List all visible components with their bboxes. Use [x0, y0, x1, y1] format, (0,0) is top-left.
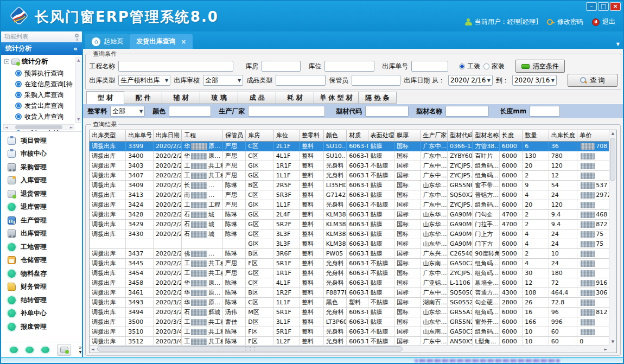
subtab[interactable]: 配 件: [124, 92, 162, 104]
table-row[interactable]: 调拨出库34292020/2/26石城陈琳G区5R2F整料KLM38176063…: [90, 219, 609, 229]
column-header[interactable]: 整零料: [300, 130, 323, 141]
table-row[interactable]: 调拨出库34092020/2/25长…陈琳B区2R5F整料LI35HD6063-…: [90, 180, 609, 190]
footer-dot-icon[interactable]: [26, 347, 34, 353]
table-row[interactable]: 调拨出库34132020/2/26南…严思C区5R3F整料G714226063-…: [90, 190, 609, 200]
sidebar-item-dot[interactable]: 工地管理: [1, 240, 82, 254]
table-row[interactable]: G区3L3F整料KLM38176063-T5贴膜国标山东华…GA90M09…门下…: [90, 239, 609, 248]
column-header[interactable]: 保管员: [222, 130, 245, 141]
column-header[interactable]: 单价: [577, 130, 609, 141]
column-header[interactable]: 型材代码: [447, 130, 472, 141]
scroll-down-icon[interactable]: ▼: [612, 340, 614, 344]
sidebar-item-cart[interactable]: 出库管理: [1, 227, 82, 241]
table-row[interactable]: 调拨出库33992020/2/25华原…严思C区2L1F整料SU10…6063-…: [90, 141, 609, 151]
vertical-scroll-thumb[interactable]: [610, 138, 615, 181]
sidebar-item-cart-return[interactable]: 退货管理: [1, 187, 82, 201]
subtab[interactable]: 耗 材: [276, 92, 314, 104]
product-type-input[interactable]: [276, 75, 326, 86]
tab-close-icon[interactable]: ×: [181, 38, 186, 46]
pin-icon[interactable]: [75, 34, 79, 37]
sidebar-section-header[interactable]: 统计分析 «: [1, 42, 82, 55]
minimize-button[interactable]: –: [586, 2, 597, 11]
table-row[interactable]: 调拨出库34452020/2/27工共工程严思F区5R1F整料光身料6063-T…: [90, 258, 609, 268]
date-from-picker[interactable]: 2020/ 2/16▼: [448, 75, 493, 86]
factory-input[interactable]: [248, 106, 325, 117]
table-row[interactable]: 调拨出库34372020/2/27佛…陈琳B区3R6F整料PW056063-T5…: [90, 248, 609, 258]
tree-expander-icon[interactable]: -: [4, 59, 9, 64]
color-input[interactable]: [169, 106, 211, 117]
table-row[interactable]: 调拨出库35002020/3/3工共工程曹佳D区3L1F整料LT3P606063…: [90, 317, 609, 327]
tab-shipment-query[interactable]: 发货出库查询 ×: [130, 34, 193, 49]
name-input[interactable]: [445, 106, 489, 117]
sidebar-item-warehouse[interactable]: 仓储管理: [1, 254, 82, 267]
tree-item[interactable]: 采购入库查询: [4, 90, 74, 100]
sidebar-item-dot[interactable]: 物料盘存: [1, 267, 82, 280]
search-button[interactable]: 查 询: [568, 74, 617, 87]
sidebar-item-dot[interactable]: 退库管理: [1, 201, 82, 214]
scroll-up-icon[interactable]: ▲: [612, 131, 614, 136]
column-header[interactable]: 生产厂家: [421, 130, 447, 141]
column-header[interactable]: 材质: [347, 130, 368, 141]
subtab[interactable]: 隔 热 条: [359, 92, 397, 104]
subtab[interactable]: 成 品: [238, 92, 276, 104]
tree-root[interactable]: - 统计分析: [4, 57, 74, 66]
table-row[interactable]: 调拨出库34932020/3/2华原…陈琳C区1L1F整料黑色塑料不贴膜国标湖南…: [90, 297, 609, 307]
tree-item[interactable]: 预算执行查询: [4, 68, 74, 79]
radio-gongzhuang[interactable]: 工装: [459, 62, 480, 71]
order-no-input[interactable]: [411, 61, 448, 72]
column-header[interactable]: 膜厚: [394, 130, 420, 141]
change-password-link[interactable]: 修改密码: [547, 17, 583, 27]
column-header[interactable]: 数量: [523, 130, 549, 141]
footer-more-button[interactable]: »▾: [79, 346, 82, 354]
table-row[interactable]: 调拨出库34942020/3/2石辉城汤伟M区5R1F整料光身料6063-T5贴…: [90, 307, 609, 317]
tree-vertical-scrollbar[interactable]: ▲▼: [75, 57, 81, 123]
table-row[interactable]: 调拨出库34542020/2/28工共工程严思G区1R1F整料光身料6063-T…: [90, 268, 609, 278]
table-row[interactable]: 调拨出库35122020/3/4工共工程陈琳F区1L2F整料光身料6063-T5…: [90, 336, 609, 345]
sidebar-item-clipboard[interactable]: 项目管理: [1, 134, 82, 148]
table-row[interactable]: 调拨出库34242020/2/26工工程严思G区1L1F整料光身料6063-T5…: [90, 200, 609, 209]
subtab[interactable]: 辅 材: [162, 92, 200, 104]
warehouse-input[interactable]: [262, 61, 301, 72]
sidebar-item-cart-in[interactable]: 入库管理: [1, 174, 82, 188]
column-header[interactable]: 颜色: [323, 130, 346, 141]
date-to-picker[interactable]: 2020/ 3/16▼: [512, 75, 557, 86]
table-row[interactable]: 调拨出库35102020/3/4工共工程陈琳F区5R1F整料光身料6063-T5…: [90, 327, 609, 336]
clear-conditions-button[interactable]: 清空条件: [515, 60, 565, 73]
column-header[interactable]: 工程: [182, 130, 223, 141]
column-header[interactable]: 库房: [246, 130, 273, 141]
column-header[interactable]: 库位: [273, 130, 299, 141]
subtab[interactable]: 玻 璃: [200, 92, 238, 104]
table-row[interactable]: 调拨出库34032020/2/25工共工程严思G区1R1F整料光身料6063-T…: [90, 161, 609, 170]
sidebar-item-finance[interactable]: 财务管理: [1, 280, 82, 294]
column-header[interactable]: 出库日期: [153, 130, 182, 141]
footer-dot-icon[interactable]: [41, 347, 49, 353]
sidebar-item-chart[interactable]: 生产管理: [1, 214, 82, 227]
tree-horizontal-scrollbar[interactable]: ◄►: [3, 124, 74, 130]
sidebar-item-cart[interactable]: 采购管理: [1, 161, 82, 174]
sidebar-item-dot[interactable]: 结转管理: [1, 293, 82, 307]
column-header[interactable]: 型材名称: [473, 130, 499, 141]
column-header[interactable]: 长度: [499, 130, 522, 141]
table-row[interactable]: 调拨出库34002020/2/25华原…严思C区4L1F整料SU10…6063-…: [90, 151, 609, 161]
footer-dot-icon[interactable]: [10, 347, 18, 353]
column-header[interactable]: 出库单号: [126, 130, 153, 141]
length-input[interactable]: [530, 106, 560, 117]
audit-select[interactable]: 全部▼: [203, 75, 243, 86]
project-name-input[interactable]: [118, 61, 233, 72]
keeper-input[interactable]: [352, 75, 400, 86]
collapse-icon[interactable]: «: [73, 45, 78, 53]
logout-link[interactable]: 退出: [592, 17, 615, 27]
out-type-select[interactable]: 生产领料出库▼: [118, 75, 170, 86]
tree-item[interactable]: 收货入库查询: [4, 111, 74, 122]
close-button[interactable]: ×: [610, 2, 621, 11]
table-row[interactable]: 调拨出库34072020/2/25工共工程严思G区1L1F整料光身料6063-T…: [90, 170, 609, 180]
maximize-button[interactable]: □: [598, 2, 609, 11]
table-row[interactable]: 调拨出库34582020/2/28华原…陈琳C区4L1F整料光身料6063-T5…: [90, 278, 609, 288]
column-header[interactable]: 出库长度: [549, 130, 577, 141]
tab-home[interactable]: ⌂ 起始页: [85, 34, 130, 49]
scroll-left-icon[interactable]: ◄: [91, 347, 94, 352]
sidebar-item-dot[interactable]: 报废管理: [1, 320, 82, 334]
radio-jiazhuang[interactable]: 家装: [483, 62, 505, 71]
column-header[interactable]: 表面处理: [368, 130, 394, 141]
horizontal-scroll-thumb[interactable]: ⋮⋮⋮: [97, 346, 403, 352]
footer-cart-button[interactable]: [57, 344, 71, 356]
